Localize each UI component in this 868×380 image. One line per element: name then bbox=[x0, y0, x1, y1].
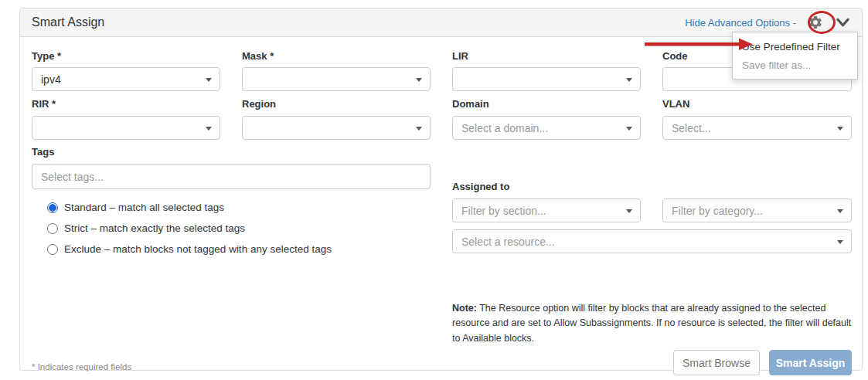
header-actions: Hide Advanced Options - bbox=[685, 14, 850, 31]
radio-unselected-icon bbox=[47, 244, 58, 255]
hide-advanced-options-link[interactable]: Hide Advanced Options - bbox=[685, 17, 796, 29]
page-title: Smart Assign bbox=[32, 15, 104, 29]
dropdown-caret-icon bbox=[837, 127, 843, 131]
tags-input-placeholder: Select tags... bbox=[41, 171, 104, 183]
type-select[interactable]: ipv4 bbox=[32, 67, 220, 91]
panel-body: Type * Mask * LIR Code ipv4 RIR * Re bbox=[32, 37, 852, 370]
dropdown-caret-icon bbox=[416, 78, 422, 82]
rir-label: RIR * bbox=[32, 98, 220, 110]
resource-select[interactable]: Select a resource... bbox=[452, 229, 852, 253]
type-label: Type * bbox=[32, 50, 220, 62]
dropdown-caret-icon bbox=[206, 127, 212, 131]
menu-item-use-predefined-filter[interactable]: Use Predefined Filter bbox=[733, 37, 857, 56]
mask-label: Mask * bbox=[242, 50, 431, 62]
dropdown-caret-icon bbox=[626, 127, 632, 131]
lir-label: LIR bbox=[452, 50, 641, 62]
tag-match-option-standard[interactable]: Standard – match all selected tags bbox=[47, 202, 224, 213]
lir-select[interactable] bbox=[452, 67, 641, 91]
domain-label: Domain bbox=[452, 98, 641, 110]
collapse-chevron-down-icon[interactable] bbox=[835, 15, 850, 29]
radio-label: Standard – match all selected tags bbox=[64, 202, 224, 213]
resource-note: Note: The Resource option will filter by… bbox=[452, 301, 852, 346]
domain-select-placeholder: Select a domain... bbox=[461, 122, 548, 134]
resource-select-placeholder: Select a resource... bbox=[461, 236, 555, 248]
dropdown-caret-icon bbox=[206, 78, 212, 82]
dropdown-caret-icon bbox=[416, 127, 422, 131]
radio-unselected-icon bbox=[47, 223, 58, 234]
gear-icon[interactable] bbox=[807, 14, 824, 31]
radio-label: Exclude – match blocks not tagged with a… bbox=[64, 243, 332, 255]
dropdown-caret-icon bbox=[837, 209, 843, 213]
category-select-placeholder: Filter by category... bbox=[672, 205, 763, 217]
menu-item-save-filter-as[interactable]: Save filter as... bbox=[733, 56, 857, 74]
vlan-select-placeholder: Select... bbox=[672, 122, 711, 134]
smart-browse-button[interactable]: Smart Browse bbox=[673, 350, 760, 375]
smart-assign-button[interactable]: Smart Assign bbox=[769, 350, 852, 375]
type-select-value: ipv4 bbox=[41, 73, 61, 86]
filter-by-category-select[interactable]: Filter by category... bbox=[662, 198, 852, 222]
mask-select[interactable] bbox=[242, 67, 431, 91]
note-prefix: Note: bbox=[452, 303, 477, 314]
assigned-to-label: Assigned to bbox=[452, 181, 509, 192]
vlan-select[interactable]: Select... bbox=[662, 116, 852, 140]
vlan-label: VLAN bbox=[662, 98, 852, 110]
filter-by-section-select[interactable]: Filter by section... bbox=[452, 198, 641, 222]
tags-input[interactable]: Select tags... bbox=[32, 164, 431, 189]
note-text: The Resource option will filter by block… bbox=[452, 303, 851, 344]
region-label: Region bbox=[242, 98, 431, 110]
dropdown-caret-icon bbox=[626, 78, 632, 82]
radio-label: Strict – match exactly the selected tags bbox=[64, 222, 245, 234]
rir-select[interactable] bbox=[32, 116, 220, 140]
domain-select[interactable]: Select a domain... bbox=[452, 116, 641, 140]
tag-match-option-strict[interactable]: Strict – match exactly the selected tags bbox=[47, 222, 245, 234]
tag-match-option-exclude[interactable]: Exclude – match blocks not tagged with a… bbox=[47, 243, 332, 255]
radio-selected-icon bbox=[47, 202, 58, 213]
section-select-placeholder: Filter by section... bbox=[461, 205, 546, 217]
smart-assign-screen: Smart Assign Hide Advanced Options - Typ… bbox=[0, 0, 868, 380]
region-select[interactable] bbox=[242, 116, 431, 140]
tags-label: Tags bbox=[32, 146, 54, 158]
dropdown-caret-icon bbox=[626, 209, 632, 213]
footer-buttons: Smart Browse Smart Assign bbox=[673, 350, 852, 375]
required-fields-hint: * Indicates required fields bbox=[32, 362, 131, 372]
dropdown-caret-icon bbox=[837, 240, 843, 244]
settings-dropdown-menu: Use Predefined Filter Save filter as... bbox=[732, 32, 858, 80]
